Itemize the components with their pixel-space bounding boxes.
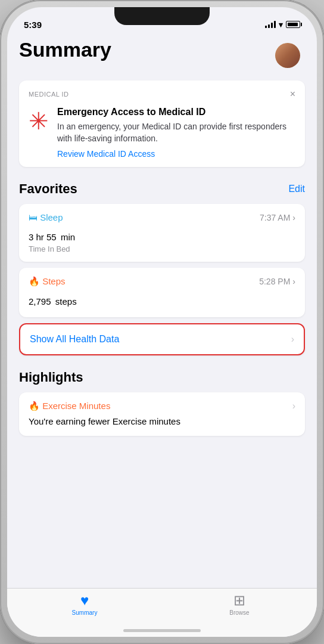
favorites-edit-button[interactable]: Edit bbox=[288, 184, 305, 194]
tab-browse-label: Browse bbox=[229, 609, 249, 616]
highlights-section-header: Highlights bbox=[19, 370, 305, 385]
page-title: Summary bbox=[19, 38, 111, 61]
home-indicator bbox=[123, 629, 201, 632]
show-all-chevron-icon: › bbox=[291, 334, 294, 345]
phone-screen: 5:39 ▾ Summary bbox=[7, 7, 317, 637]
sleep-card[interactable]: 🛏 Sleep 7:37 AM › 3 hr 55 min Time In Be… bbox=[19, 204, 305, 262]
exercise-description: You're earning fewer Exercise minutes bbox=[29, 415, 295, 428]
medical-card-header: MEDICAL ID × bbox=[29, 89, 295, 100]
tab-browse[interactable]: ⊞ Browse bbox=[162, 593, 317, 616]
highlights-title: Highlights bbox=[19, 370, 83, 385]
medical-card-body: ✳ Emergency Access to Medical ID In an e… bbox=[29, 107, 295, 159]
signal-icon bbox=[265, 21, 276, 28]
tab-summary[interactable]: ♥ Summary bbox=[7, 593, 162, 616]
medical-card-section-label: MEDICAL ID bbox=[29, 91, 69, 98]
highlights-section: Highlights 🔥 Exercise Minutes › You're e… bbox=[19, 370, 305, 436]
medical-asterisk-icon: ✳ bbox=[29, 109, 49, 133]
flame-icon: 🔥 bbox=[29, 276, 40, 286]
sleep-sublabel: Time In Bed bbox=[29, 244, 295, 253]
steps-value: 2,795 steps bbox=[29, 290, 295, 309]
scroll-content: Summary MEDICAL ID × ✳ Emergency Access … bbox=[7, 33, 317, 588]
sleep-label: 🛏 Sleep bbox=[29, 212, 63, 222]
exercise-minutes-card[interactable]: 🔥 Exercise Minutes › You're earning fewe… bbox=[19, 392, 305, 436]
chevron-right-icon: › bbox=[292, 213, 295, 222]
status-time: 5:39 bbox=[24, 20, 42, 30]
sleep-icon: 🛏 bbox=[29, 212, 38, 222]
favorites-section-header: Favorites Edit bbox=[19, 181, 305, 197]
medical-card-heading: Emergency Access to Medical ID bbox=[57, 107, 295, 117]
steps-card-header: 🔥 Steps 5:28 PM › bbox=[29, 276, 295, 287]
steps-time: 5:28 PM › bbox=[259, 277, 295, 286]
chevron-right-icon: › bbox=[292, 277, 295, 286]
phone-frame: 5:39 ▾ Summary bbox=[0, 0, 324, 644]
browse-grid-icon: ⊞ bbox=[233, 593, 245, 608]
title-row: Summary bbox=[19, 38, 305, 71]
favorites-title: Favorites bbox=[19, 181, 77, 197]
status-icons: ▾ bbox=[265, 20, 300, 29]
exercise-flame-icon: 🔥 bbox=[29, 401, 40, 411]
exercise-minutes-header: 🔥 Exercise Minutes › bbox=[29, 401, 295, 411]
sleep-value: 3 hr 55 min bbox=[29, 226, 295, 244]
sleep-card-header: 🛏 Sleep 7:37 AM › bbox=[29, 212, 295, 222]
close-button[interactable]: × bbox=[290, 89, 295, 100]
medical-text-block: Emergency Access to Medical ID In an eme… bbox=[57, 107, 295, 159]
review-medical-id-link[interactable]: Review Medical ID Access bbox=[57, 149, 295, 159]
show-all-label: Show All Health Data bbox=[30, 334, 119, 345]
medical-card-description: In an emergency, your Medical ID can pro… bbox=[57, 121, 295, 144]
heart-icon: ♥ bbox=[80, 593, 89, 608]
battery-icon bbox=[286, 21, 300, 28]
notch bbox=[114, 7, 210, 25]
avatar-image bbox=[275, 43, 300, 68]
exercise-chevron-icon: › bbox=[292, 401, 295, 411]
show-all-health-data-button[interactable]: Show All Health Data › bbox=[19, 323, 305, 355]
avatar[interactable] bbox=[275, 43, 300, 68]
tab-summary-label: Summary bbox=[72, 609, 98, 616]
steps-label: 🔥 Steps bbox=[29, 276, 66, 287]
tab-bar: ♥ Summary ⊞ Browse bbox=[7, 588, 317, 637]
sleep-time: 7:37 AM › bbox=[260, 213, 295, 222]
medical-id-card: MEDICAL ID × ✳ Emergency Access to Medic… bbox=[19, 80, 305, 167]
wifi-icon: ▾ bbox=[279, 20, 283, 29]
exercise-minutes-label: 🔥 Exercise Minutes bbox=[29, 401, 110, 411]
steps-card[interactable]: 🔥 Steps 5:28 PM › 2,795 steps bbox=[19, 268, 305, 317]
